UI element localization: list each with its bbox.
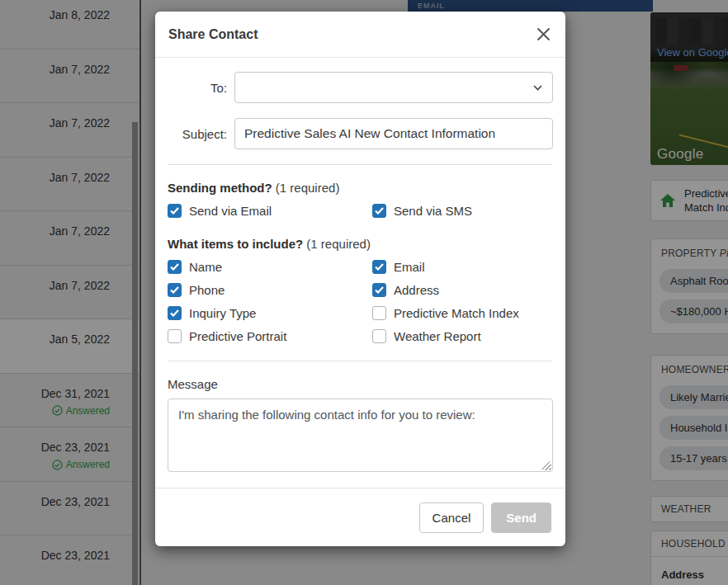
checkbox-icon bbox=[372, 329, 386, 343]
screen: EMAIL Jan 8, 2022 Jan 7, 2022 Jan 7, 202… bbox=[0, 0, 728, 585]
checkbox-label: Predictive Portrait bbox=[189, 329, 286, 343]
to-label: To: bbox=[168, 81, 227, 95]
checkbox-icon bbox=[168, 306, 182, 320]
checkbox-label: Predictive Match Index bbox=[394, 306, 519, 320]
checkbox-predictive-portrait[interactable]: Predictive Portrait bbox=[168, 329, 372, 343]
sending-method-heading: Sending method? (1 required) bbox=[168, 181, 553, 195]
checkbox-phone[interactable]: Phone bbox=[168, 283, 372, 297]
items-options: Name Email Phone Address bbox=[168, 260, 553, 343]
items-block: What items to include? (1 required) Name… bbox=[168, 237, 553, 343]
checkbox-label: Address bbox=[394, 283, 439, 297]
checkbox-weather-report[interactable]: Weather Report bbox=[372, 329, 553, 343]
cancel-button[interactable]: Cancel bbox=[419, 502, 485, 533]
checkbox-label: Email bbox=[394, 260, 425, 274]
close-icon[interactable] bbox=[535, 26, 552, 43]
share-contact-modal: Share Contact To: Subject: Sending metho… bbox=[155, 12, 565, 546]
subject-input[interactable] bbox=[234, 118, 553, 149]
items-heading: What items to include? (1 required) bbox=[168, 237, 553, 251]
subject-label: Subject: bbox=[168, 127, 227, 141]
message-label: Message bbox=[168, 377, 553, 391]
modal-footer: Cancel Send bbox=[155, 488, 565, 546]
checkbox-send-via-sms[interactable]: Send via SMS bbox=[372, 204, 553, 218]
checkbox-send-via-email[interactable]: Send via Email bbox=[168, 204, 372, 218]
checkbox-name[interactable]: Name bbox=[168, 260, 372, 274]
to-select[interactable] bbox=[234, 72, 553, 103]
message-field-wrap: I'm sharing the following contact info f… bbox=[168, 399, 553, 475]
checkbox-inquiry-type[interactable]: Inquiry Type bbox=[168, 306, 372, 320]
checkbox-icon bbox=[168, 204, 182, 218]
checkbox-label: Phone bbox=[189, 283, 225, 297]
subject-row: Subject: bbox=[168, 118, 553, 149]
message-textarea[interactable]: I'm sharing the following contact info f… bbox=[168, 399, 553, 472]
modal-title: Share Contact bbox=[168, 27, 258, 42]
divider bbox=[168, 361, 552, 361]
checkbox-icon bbox=[168, 260, 182, 274]
checkbox-icon bbox=[372, 306, 386, 320]
checkbox-icon bbox=[372, 260, 386, 274]
to-row: To: bbox=[168, 72, 553, 103]
checkbox-label: Send via Email bbox=[189, 204, 272, 218]
divider bbox=[168, 164, 552, 165]
checkbox-label: Inquiry Type bbox=[189, 306, 256, 320]
checkbox-address[interactable]: Address bbox=[372, 283, 553, 297]
send-button[interactable]: Send bbox=[491, 502, 551, 533]
checkbox-label: Send via SMS bbox=[394, 204, 472, 218]
checkbox-icon bbox=[168, 329, 182, 343]
checkbox-email[interactable]: Email bbox=[372, 260, 553, 274]
checkbox-label: Weather Report bbox=[394, 329, 481, 343]
modal-body: To: Subject: Sending method? (1 required… bbox=[155, 58, 565, 475]
sending-method-options: Send via Email Send via SMS bbox=[168, 204, 553, 218]
checkbox-icon bbox=[372, 283, 386, 297]
checkbox-label: Name bbox=[189, 260, 222, 274]
modal-header: Share Contact bbox=[155, 12, 565, 58]
checkbox-predictive-match-index[interactable]: Predictive Match Index bbox=[372, 306, 553, 320]
chevron-down-icon bbox=[533, 85, 542, 91]
checkbox-icon bbox=[168, 283, 182, 297]
checkbox-icon bbox=[372, 204, 386, 218]
